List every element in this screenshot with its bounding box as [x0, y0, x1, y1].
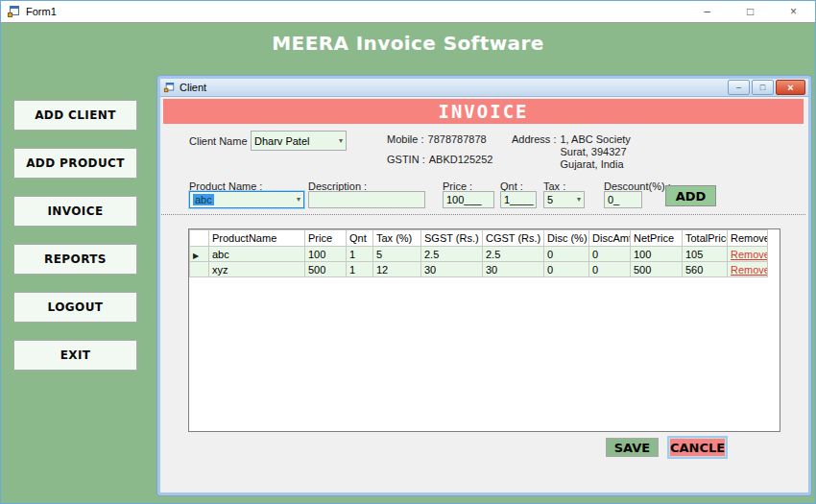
col-productname[interactable]: ProductName [209, 230, 305, 247]
window-title: Form1 [26, 6, 57, 17]
col-cgst[interactable]: CGST (Rs.) [483, 230, 544, 247]
cell-price[interactable]: 100 [305, 247, 347, 262]
col-tax[interactable]: Tax (%) [373, 230, 421, 247]
grid-header-row: ProductName Price Qnt Tax (%) SGST (Rs.)… [190, 230, 768, 247]
cell-tax[interactable]: 12 [373, 262, 421, 277]
save-button[interactable]: SAVE [606, 438, 659, 457]
remove-link[interactable]: Remove [731, 249, 768, 260]
product-name-select[interactable]: abc ▾ [189, 191, 304, 208]
form1-window: Form1 – □ × MEERA Invoice Software ADD C… [0, 0, 816, 504]
cell-cgst[interactable]: 30 [483, 262, 544, 277]
product-name-value: abc [193, 194, 214, 205]
cell-disc[interactable]: 0 [544, 247, 589, 262]
sidebar-item-reports[interactable]: REPORTS [13, 244, 137, 275]
col-netprice[interactable]: NetPrice [631, 230, 683, 247]
cell-qnt[interactable]: 1 [347, 247, 373, 262]
gstin-info: GSTIN : ABKD125252 [387, 154, 492, 165]
maximize-icon[interactable]: □ [729, 1, 772, 22]
discount-input[interactable]: 0_ [604, 191, 642, 208]
col-discamt[interactable]: DiscAmt [589, 230, 631, 247]
sidebar-item-add-product[interactable]: ADD PRODUCT [13, 148, 137, 179]
cell-sgst[interactable]: 2.5 [421, 247, 483, 262]
cell-productname[interactable]: abc [209, 247, 305, 262]
form-icon [8, 6, 20, 17]
chevron-down-icon: ▾ [577, 196, 581, 204]
col-qnt[interactable]: Qnt [347, 230, 373, 247]
chevron-down-icon: ▾ [297, 196, 300, 204]
col-remove[interactable]: Remove [728, 230, 768, 247]
col-disc[interactable]: Disc (%) [544, 230, 589, 247]
current-row-icon: ▶ [193, 252, 199, 260]
client-close-icon[interactable]: × [776, 80, 805, 95]
grid-panel: ProductName Price Qnt Tax (%) SGST (Rs.)… [188, 228, 780, 432]
client-titlebar[interactable]: Client – □ × [160, 79, 808, 97]
client-window: Client – □ × INVOICE Client Name : Dharv… [157, 76, 811, 495]
client-window-controls: – □ × [728, 80, 805, 95]
tax-select[interactable]: 5 ▾ [543, 191, 585, 208]
col-totalprice[interactable]: TotalPrice [683, 230, 728, 247]
close-icon[interactable]: × [772, 1, 815, 22]
cell-netprice[interactable]: 500 [631, 262, 683, 277]
qnt-input[interactable]: 1____ [500, 191, 537, 208]
row-header[interactable] [190, 262, 209, 277]
separator [161, 214, 805, 215]
invoice-grid: ProductName Price Qnt Tax (%) SGST (Rs.)… [189, 229, 768, 277]
client-maximize-icon[interactable]: □ [752, 80, 774, 95]
page-title: MEERA Invoice Software [1, 32, 815, 55]
address-label: Address : [512, 133, 556, 171]
cell-tax[interactable]: 5 [373, 247, 421, 262]
chevron-down-icon: ▾ [339, 137, 343, 145]
col-sgst[interactable]: SGST (Rs.) [421, 230, 483, 247]
row-header[interactable]: ▶ [190, 247, 209, 262]
client-name-value: Dharv Patel [254, 135, 309, 147]
outer-titlebar[interactable]: Form1 – □ × [1, 1, 815, 23]
client-minimize-icon[interactable]: – [728, 80, 750, 95]
cell-price[interactable]: 500 [305, 262, 347, 277]
add-button[interactable]: ADD [665, 185, 716, 206]
sidebar-item-invoice[interactable]: INVOICE [13, 196, 137, 227]
col-price[interactable]: Price [305, 230, 347, 247]
cell-remove: Remove [728, 262, 768, 277]
table-row: ▶ abc 100 1 5 2.5 2.5 0 0 100 105 Remove [190, 247, 768, 262]
table-row: xyz 500 1 12 30 30 0 0 500 560 Remove [190, 262, 768, 277]
client-window-title: Client [180, 82, 206, 93]
remove-link[interactable]: Remove [731, 264, 768, 276]
gstin-value: ABKD125252 [429, 154, 493, 165]
cell-cgst[interactable]: 2.5 [483, 247, 544, 262]
gstin-label: GSTIN : [387, 154, 425, 165]
minimize-icon[interactable]: – [685, 1, 729, 22]
cell-remove: Remove [728, 247, 768, 262]
address-info: Address : 1, ABC Society Surat, 394327 G… [512, 133, 631, 171]
mobile-label: Mobile : [387, 133, 424, 145]
cell-disc[interactable]: 0 [544, 262, 589, 277]
cancel-button[interactable]: CANCLE [669, 438, 726, 457]
mobile-value: 7878787878 [428, 133, 487, 145]
sidebar: ADD CLIENT ADD PRODUCT INVOICE REPORTS L… [13, 100, 137, 371]
invoice-banner: INVOICE [163, 99, 804, 124]
address-value: 1, ABC Society Surat, 394327 Gujarat, In… [560, 133, 630, 171]
client-content: INVOICE Client Name : Dharv Patel ▾ Mobi… [160, 97, 808, 492]
cell-discamt[interactable]: 0 [589, 262, 631, 277]
cell-totalprice[interactable]: 105 [683, 247, 728, 262]
client-name-label: Client Name : [189, 135, 253, 147]
cell-qnt[interactable]: 1 [347, 262, 373, 277]
client-form-icon [164, 83, 175, 92]
price-input[interactable]: 100___ [443, 191, 494, 208]
cell-totalprice[interactable]: 560 [683, 262, 728, 277]
window-controls: – □ × [685, 1, 815, 22]
description-input[interactable] [308, 191, 425, 208]
cell-netprice[interactable]: 100 [631, 247, 683, 262]
grid-corner [190, 230, 209, 247]
mobile-info: Mobile : 7878787878 [387, 133, 487, 145]
sidebar-item-logout[interactable]: LOGOUT [13, 292, 137, 323]
sidebar-item-exit[interactable]: EXIT [13, 340, 137, 371]
cell-productname[interactable]: xyz [209, 262, 305, 277]
client-name-select[interactable]: Dharv Patel ▾ [251, 131, 347, 151]
cell-discamt[interactable]: 0 [589, 247, 631, 262]
cell-sgst[interactable]: 30 [421, 262, 483, 277]
sidebar-item-add-client[interactable]: ADD CLIENT [13, 100, 137, 131]
